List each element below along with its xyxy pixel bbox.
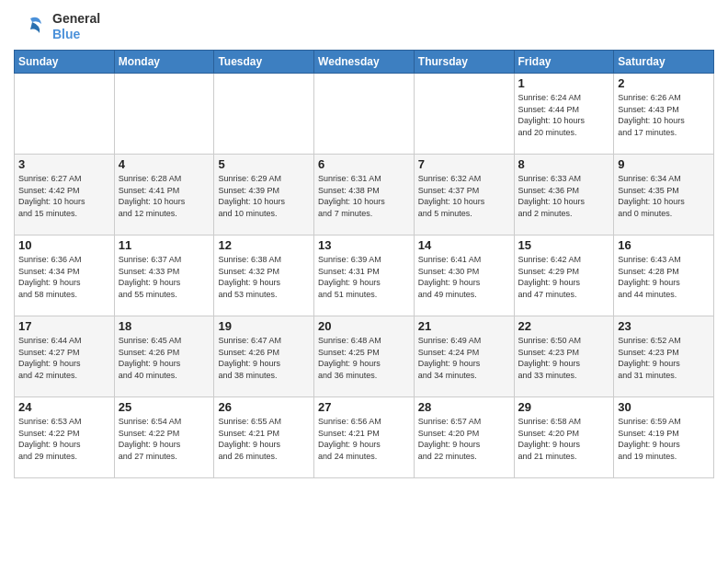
day-number: 7 [418,157,510,171]
week-row-4: 17Sunrise: 6:44 AM Sunset: 4:27 PM Dayli… [15,316,714,397]
day-cell: 17Sunrise: 6:44 AM Sunset: 4:27 PM Dayli… [15,316,115,397]
day-info: Sunrise: 6:54 AM Sunset: 4:22 PM Dayligh… [119,416,210,462]
day-number: 11 [119,238,210,252]
day-number: 30 [618,400,710,414]
day-cell: 16Sunrise: 6:43 AM Sunset: 4:28 PM Dayli… [614,236,714,316]
day-cell: 8Sunrise: 6:33 AM Sunset: 4:36 PM Daylig… [514,155,614,236]
header-saturday: Saturday [614,51,714,74]
day-cell: 11Sunrise: 6:37 AM Sunset: 4:33 PM Dayli… [114,236,214,316]
day-cell: 10Sunrise: 6:36 AM Sunset: 4:34 PM Dayli… [15,236,115,316]
day-cell: 23Sunrise: 6:52 AM Sunset: 4:23 PM Dayli… [614,316,714,397]
day-info: Sunrise: 6:24 AM Sunset: 4:44 PM Dayligh… [518,92,610,138]
day-number: 14 [418,238,510,252]
logo-general: General [52,11,100,27]
day-number: 29 [518,400,610,414]
day-number: 3 [18,157,110,171]
header-row: SundayMondayTuesdayWednesdayThursdayFrid… [15,51,714,74]
day-info: Sunrise: 6:50 AM Sunset: 4:23 PM Dayligh… [518,335,610,381]
day-info: Sunrise: 6:31 AM Sunset: 4:38 PM Dayligh… [318,173,410,219]
day-number: 19 [218,319,310,333]
week-row-1: 1Sunrise: 6:24 AM Sunset: 4:44 PM Daylig… [15,74,714,155]
logo-svg [14,9,49,44]
day-info: Sunrise: 6:56 AM Sunset: 4:21 PM Dayligh… [318,416,410,462]
day-cell [114,74,214,155]
page: GeneralBlue SundayMondayTuesdayWednesday… [0,0,728,488]
day-info: Sunrise: 6:42 AM Sunset: 4:29 PM Dayligh… [518,254,610,300]
day-number: 25 [119,400,210,414]
day-info: Sunrise: 6:52 AM Sunset: 4:23 PM Dayligh… [618,335,710,381]
day-info: Sunrise: 6:49 AM Sunset: 4:24 PM Dayligh… [418,335,510,381]
day-cell: 13Sunrise: 6:39 AM Sunset: 4:31 PM Dayli… [314,236,415,316]
day-number: 23 [618,319,710,333]
day-cell [15,74,115,155]
day-info: Sunrise: 6:59 AM Sunset: 4:19 PM Dayligh… [618,416,710,462]
day-cell: 7Sunrise: 6:32 AM Sunset: 4:37 PM Daylig… [414,155,514,236]
day-cell: 6Sunrise: 6:31 AM Sunset: 4:38 PM Daylig… [314,155,415,236]
day-info: Sunrise: 6:38 AM Sunset: 4:32 PM Dayligh… [218,254,310,300]
day-number: 17 [18,319,110,333]
day-number: 13 [318,238,410,252]
day-cell: 12Sunrise: 6:38 AM Sunset: 4:32 PM Dayli… [214,236,314,316]
day-cell [214,74,314,155]
day-info: Sunrise: 6:48 AM Sunset: 4:25 PM Dayligh… [318,335,410,381]
day-number: 5 [218,157,310,171]
day-number: 9 [618,157,710,171]
day-cell: 19Sunrise: 6:47 AM Sunset: 4:26 PM Dayli… [214,316,314,397]
day-info: Sunrise: 6:58 AM Sunset: 4:20 PM Dayligh… [518,416,610,462]
day-info: Sunrise: 6:27 AM Sunset: 4:42 PM Dayligh… [18,173,110,219]
day-cell: 2Sunrise: 6:26 AM Sunset: 4:43 PM Daylig… [614,74,714,155]
day-cell: 1Sunrise: 6:24 AM Sunset: 4:44 PM Daylig… [514,74,614,155]
day-number: 6 [318,157,410,171]
day-cell: 21Sunrise: 6:49 AM Sunset: 4:24 PM Dayli… [414,316,514,397]
day-info: Sunrise: 6:47 AM Sunset: 4:26 PM Dayligh… [218,335,310,381]
day-cell: 22Sunrise: 6:50 AM Sunset: 4:23 PM Dayli… [514,316,614,397]
day-info: Sunrise: 6:45 AM Sunset: 4:26 PM Dayligh… [119,335,210,381]
header-wednesday: Wednesday [314,51,415,74]
day-cell: 18Sunrise: 6:45 AM Sunset: 4:26 PM Dayli… [114,316,214,397]
calendar-table: SundayMondayTuesdayWednesdayThursdayFrid… [14,50,714,478]
day-cell: 25Sunrise: 6:54 AM Sunset: 4:22 PM Dayli… [114,397,214,478]
day-info: Sunrise: 6:55 AM Sunset: 4:21 PM Dayligh… [218,416,310,462]
day-cell: 5Sunrise: 6:29 AM Sunset: 4:39 PM Daylig… [214,155,314,236]
day-info: Sunrise: 6:36 AM Sunset: 4:34 PM Dayligh… [18,254,110,300]
day-number: 21 [418,319,510,333]
day-cell: 3Sunrise: 6:27 AM Sunset: 4:42 PM Daylig… [15,155,115,236]
day-info: Sunrise: 6:32 AM Sunset: 4:37 PM Dayligh… [418,173,510,219]
day-number: 27 [318,400,410,414]
day-number: 15 [518,238,610,252]
day-cell: 9Sunrise: 6:34 AM Sunset: 4:35 PM Daylig… [614,155,714,236]
logo: GeneralBlue [14,9,100,44]
week-row-3: 10Sunrise: 6:36 AM Sunset: 4:34 PM Dayli… [15,236,714,316]
day-number: 24 [18,400,110,414]
day-cell: 4Sunrise: 6:28 AM Sunset: 4:41 PM Daylig… [114,155,214,236]
day-info: Sunrise: 6:34 AM Sunset: 4:35 PM Dayligh… [618,173,710,219]
day-info: Sunrise: 6:33 AM Sunset: 4:36 PM Dayligh… [518,173,610,219]
day-number: 10 [18,238,110,252]
day-cell: 27Sunrise: 6:56 AM Sunset: 4:21 PM Dayli… [314,397,415,478]
day-cell: 20Sunrise: 6:48 AM Sunset: 4:25 PM Dayli… [314,316,415,397]
week-row-5: 24Sunrise: 6:53 AM Sunset: 4:22 PM Dayli… [15,397,714,478]
day-number: 1 [518,76,610,90]
logo-blue: Blue [52,27,100,42]
day-info: Sunrise: 6:41 AM Sunset: 4:30 PM Dayligh… [418,254,510,300]
day-number: 8 [518,157,610,171]
day-number: 16 [618,238,710,252]
day-cell: 24Sunrise: 6:53 AM Sunset: 4:22 PM Dayli… [15,397,115,478]
header-friday: Friday [514,51,614,74]
day-number: 22 [518,319,610,333]
day-number: 12 [218,238,310,252]
day-number: 26 [218,400,310,414]
day-info: Sunrise: 6:53 AM Sunset: 4:22 PM Dayligh… [18,416,110,462]
header-tuesday: Tuesday [214,51,314,74]
day-cell: 26Sunrise: 6:55 AM Sunset: 4:21 PM Dayli… [214,397,314,478]
day-info: Sunrise: 6:26 AM Sunset: 4:43 PM Dayligh… [618,92,710,138]
day-number: 18 [119,319,210,333]
day-info: Sunrise: 6:44 AM Sunset: 4:27 PM Dayligh… [18,335,110,381]
day-info: Sunrise: 6:29 AM Sunset: 4:39 PM Dayligh… [218,173,310,219]
header: GeneralBlue [14,9,714,44]
day-cell [414,74,514,155]
day-cell: 15Sunrise: 6:42 AM Sunset: 4:29 PM Dayli… [514,236,614,316]
day-cell: 14Sunrise: 6:41 AM Sunset: 4:30 PM Dayli… [414,236,514,316]
day-number: 4 [119,157,210,171]
day-info: Sunrise: 6:57 AM Sunset: 4:20 PM Dayligh… [418,416,510,462]
